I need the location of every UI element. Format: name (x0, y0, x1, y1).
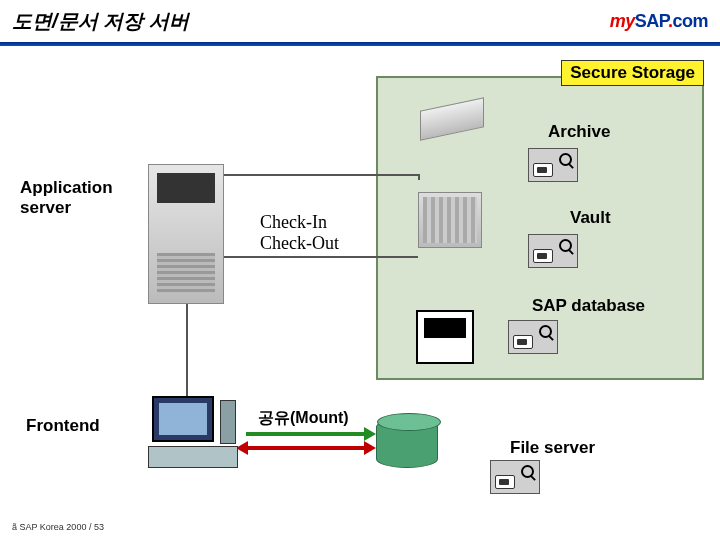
mount-arrow-green (246, 432, 366, 436)
archive-lock-icon (528, 148, 578, 182)
check-in-label: Check-In (260, 212, 339, 233)
frontend-pc-icon (148, 396, 238, 474)
check-in-out-block: Check-In Check-Out (260, 212, 339, 254)
sap-database-icon (416, 310, 474, 364)
vault-label: Vault (570, 208, 611, 228)
archive-label: Archive (548, 122, 610, 142)
mount-arrow-red (246, 446, 366, 450)
vault-lock-icon (528, 234, 578, 268)
logo-my: my (610, 11, 635, 31)
sapdb-lock-icon (508, 320, 558, 354)
footer-text: ã SAP Korea 2000 / 53 (12, 522, 104, 532)
conn-line-top (224, 174, 418, 176)
frontend-case-icon (220, 400, 236, 444)
vault-rack-icon (418, 192, 482, 248)
mount-label: 공유(Mount) (258, 408, 349, 429)
application-server-icon (148, 164, 224, 304)
header-rule (0, 42, 720, 46)
frontend-label: Frontend (26, 416, 100, 436)
logo-sap: SAP (635, 11, 668, 31)
frontend-keyboard-icon (148, 446, 238, 468)
sap-database-label: SAP database (532, 296, 645, 316)
secure-storage-label: Secure Storage (561, 60, 704, 86)
file-server-label: File server (510, 438, 595, 458)
check-out-label: Check-Out (260, 233, 339, 254)
conn-tower-frontend (186, 300, 188, 400)
brand-logo: mySAP.com (610, 11, 708, 32)
fileserver-lock-icon (490, 460, 540, 494)
conn-v1 (418, 174, 420, 180)
page-title: 도면/문서 저장 서버 (12, 8, 189, 35)
file-server-disk-icon (376, 418, 438, 468)
conn-line-bot (224, 256, 418, 258)
application-server-label: Application server (20, 178, 113, 218)
logo-com: com (672, 11, 708, 31)
frontend-monitor-icon (152, 396, 214, 442)
